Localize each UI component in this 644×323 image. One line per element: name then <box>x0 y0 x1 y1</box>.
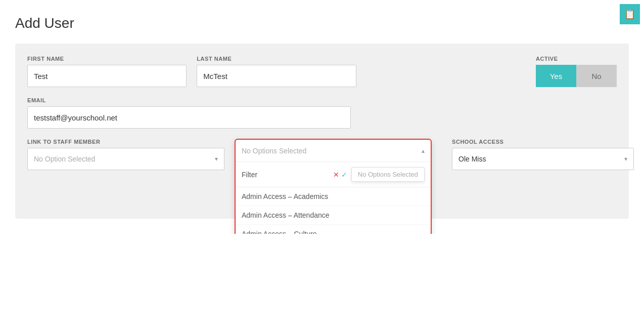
dropdown-item-academics[interactable]: Admin Access – Academics <box>236 187 431 206</box>
form-card: FIRST NAME LAST NAME ACTIVE Yes No EMAIL <box>15 44 629 219</box>
first-name-label: FIRST NAME <box>27 56 187 62</box>
email-group: EMAIL <box>27 97 617 129</box>
last-name-input[interactable] <box>197 65 356 87</box>
link-staff-label: LINK TO STAFF MEMBER <box>27 139 224 145</box>
email-label: EMAIL <box>27 97 617 103</box>
school-access-label: SCHOOL ACCESS <box>452 139 634 145</box>
active-label: ACTIVE <box>536 56 617 62</box>
active-toggle: Yes No <box>536 65 617 87</box>
filter-label: Filter <box>242 171 257 179</box>
clipboard-icon: 📋 <box>624 9 635 20</box>
link-staff-chevron-down-icon: ▾ <box>215 155 218 163</box>
top-icon-button[interactable]: 📋 <box>620 4 640 24</box>
school-access-value: Ole Miss <box>458 155 486 163</box>
last-name-label: LAST NAME <box>197 56 356 62</box>
active-yes-button[interactable]: Yes <box>536 65 576 87</box>
groups-filter-row: Filter ✕ ✓ No Options Selected <box>236 162 431 187</box>
filter-red-icon: ✕ <box>333 171 339 179</box>
groups-dropdown-header[interactable]: No Options Selected ▴ <box>236 140 431 162</box>
link-staff-group: LINK TO STAFF MEMBER No Option Selected … <box>27 139 224 170</box>
link-staff-value: No Option Selected <box>34 155 95 163</box>
dropdown-item-attendance[interactable]: Admin Access – Attendance <box>236 206 431 225</box>
dropdown-item-culture[interactable]: Admin Access – Culture <box>236 225 431 234</box>
groups-dropdown: No Options Selected ▴ Filter ✕ ✓ No Opti… <box>235 139 432 234</box>
last-name-group: LAST NAME <box>197 56 356 87</box>
page-title: Add User <box>15 15 629 31</box>
first-name-group: FIRST NAME <box>27 56 187 87</box>
first-name-input[interactable] <box>27 65 187 87</box>
school-access-group: SCHOOL ACCESS Ole Miss ▾ <box>452 139 634 170</box>
groups-chevron-up-icon: ▴ <box>422 147 425 154</box>
row-selects: LINK TO STAFF MEMBER No Option Selected … <box>27 139 617 170</box>
link-staff-select[interactable]: No Option Selected ▾ <box>27 148 224 170</box>
school-access-chevron-down-icon: ▾ <box>624 155 627 163</box>
active-group: ACTIVE Yes No <box>536 56 617 87</box>
filter-teal-icon: ✓ <box>341 171 347 179</box>
row-email: EMAIL <box>27 97 617 129</box>
filter-icons: ✕ ✓ <box>333 171 347 179</box>
filter-tooltip: No Options Selected <box>351 167 425 182</box>
select-groups-group: SELECT GROUPS FOR USER No Options Select… <box>235 139 432 145</box>
groups-selected-value: No Options Selected <box>242 147 306 155</box>
school-access-select[interactable]: Ole Miss ▾ <box>452 148 634 170</box>
row-name-active: FIRST NAME LAST NAME ACTIVE Yes No <box>27 56 617 87</box>
email-input[interactable] <box>27 106 351 129</box>
active-no-button[interactable]: No <box>576 65 617 87</box>
